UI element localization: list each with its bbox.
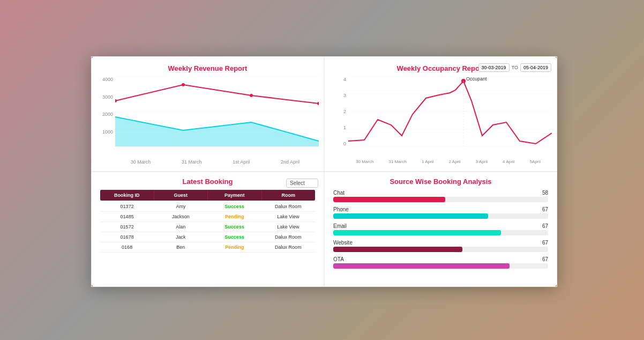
booking-select-wrapper: Select Daily Weekly Monthly [286, 178, 318, 188]
occupancy-chart-area: 4 3 2 1 0 Occupant [333, 77, 548, 157]
cell-payment: Success [208, 232, 261, 242]
booking-rows: 01372 Amy Success Dalux Room 01485 Jacks… [100, 202, 315, 253]
bar-label: OTA [333, 256, 344, 262]
bar-label-row: OTA 67 [333, 256, 548, 262]
cell-room: Dalux Room [261, 202, 315, 211]
date-to-separator: TO [512, 65, 518, 70]
bar-label: Email [333, 223, 347, 229]
bar-label: Website [333, 240, 353, 246]
revenue-report-panel: Weekly Revenue Report 4000 3000 2000 100… [91, 56, 324, 172]
bar-track [333, 263, 548, 269]
svg-point-6 [182, 83, 185, 86]
cell-guest: Ben [154, 242, 207, 252]
bar-label-row: Chat 58 [333, 190, 548, 196]
cell-payment: Pending [208, 242, 261, 252]
source-bar-item: OTA 67 [333, 256, 548, 269]
source-title: Source Wise Booking Analysis [333, 178, 548, 186]
bar-track [333, 247, 548, 252]
revenue-title: Weekly Revenue Report [100, 64, 315, 72]
table-row: 01372 Amy Success Dalux Room [100, 202, 315, 212]
cell-payment: Success [208, 202, 261, 211]
booking-table-header: Booking ID Guest Payment Room [100, 190, 315, 201]
bar-track [333, 230, 548, 235]
cell-id: 01485 [100, 212, 154, 221]
bar-value: 58 [542, 190, 548, 196]
bar-value: 67 [542, 256, 548, 262]
bar-fill [333, 197, 445, 202]
source-bar-item: Website 67 [333, 240, 548, 252]
bar-label-row: Email 67 [333, 223, 548, 229]
dashboard-card: Weekly Revenue Report 4000 3000 2000 100… [91, 56, 557, 287]
cell-room: Dalux Room [261, 232, 315, 242]
cell-room: Lake View [261, 212, 315, 221]
cell-guest: Amy [154, 202, 207, 211]
date-range: 30-03-2019 TO 05-04-2019 [478, 63, 551, 72]
cell-payment: Success [208, 222, 261, 232]
bar-fill [333, 263, 510, 269]
svg-point-5 [115, 99, 117, 102]
latest-booking-panel: Latest Booking Select Daily Weekly Month… [91, 172, 324, 287]
date-to-btn[interactable]: 05-04-2019 [520, 63, 551, 72]
bar-track [333, 197, 548, 202]
booking-table: Booking ID Guest Payment Room 01372 Amy … [100, 190, 315, 253]
col-guest: Guest [154, 190, 208, 201]
revenue-svg [115, 77, 319, 146]
booking-title: Latest Booking [100, 178, 315, 186]
revenue-x-axis: 30 March 31 March 1st April 2nd April [100, 159, 315, 165]
cell-id: 01372 [100, 202, 154, 211]
bar-label: Chat [333, 190, 345, 196]
revenue-chart-area: 4000 3000 2000 1000 [100, 77, 315, 157]
svg-point-8 [317, 102, 319, 105]
source-bar-item: Email 67 [333, 223, 548, 235]
cell-id: 0168 [100, 242, 154, 252]
source-bar-item: Chat 58 [333, 190, 548, 202]
bar-fill [333, 247, 462, 252]
bar-value: 67 [542, 206, 548, 212]
col-booking-id: Booking ID [100, 190, 154, 201]
cell-payment: Pending [208, 212, 261, 221]
bar-label-row: Phone 67 [333, 206, 548, 212]
table-row: 01678 Jack Success Dalux Room [100, 232, 315, 242]
source-analysis-panel: Source Wise Booking Analysis Chat 58 Pho… [324, 172, 557, 287]
bar-value: 67 [542, 223, 548, 229]
table-row: 01485 Jackson Pending Lake View [100, 212, 315, 222]
cell-id: 01678 [100, 232, 154, 242]
source-bars: Chat 58 Phone 67 Email 67 [333, 190, 548, 269]
cell-guest: Jack [154, 232, 207, 242]
occupancy-x-axis: 30 March 31 March 1 April 2 April 3 Apri… [333, 159, 548, 164]
table-row: 0168 Ben Pending Dalux Room [100, 242, 315, 253]
cell-guest: Alan [154, 222, 207, 232]
svg-text:Occupant: Occupant [466, 77, 487, 82]
cell-room: Lake View [261, 222, 315, 232]
bar-fill [333, 230, 501, 235]
date-from-btn[interactable]: 30-03-2019 [478, 63, 510, 72]
occupancy-y-axis: 4 3 2 1 0 [333, 77, 348, 146]
bar-track [333, 213, 548, 219]
bar-value: 67 [542, 240, 548, 246]
revenue-y-axis: 4000 3000 2000 1000 [100, 77, 115, 146]
occupancy-svg: Occupant [348, 77, 552, 146]
source-bar-item: Phone 67 [333, 206, 548, 219]
bar-label: Phone [333, 206, 349, 212]
booking-select[interactable]: Select Daily Weekly Monthly [286, 179, 318, 188]
bar-fill [333, 213, 488, 219]
col-payment: Payment [208, 190, 262, 201]
cell-room: Dalux Room [261, 242, 315, 252]
table-row: 01572 Alan Success Lake View [100, 222, 315, 232]
cell-id: 01572 [100, 222, 154, 232]
occupancy-report-panel: Weekly Occupancy Report 30-03-2019 TO 05… [324, 56, 557, 172]
cell-guest: Jackson [154, 212, 207, 221]
bar-label-row: Website 67 [333, 240, 548, 246]
col-room: Room [262, 190, 316, 201]
svg-point-7 [250, 94, 253, 97]
